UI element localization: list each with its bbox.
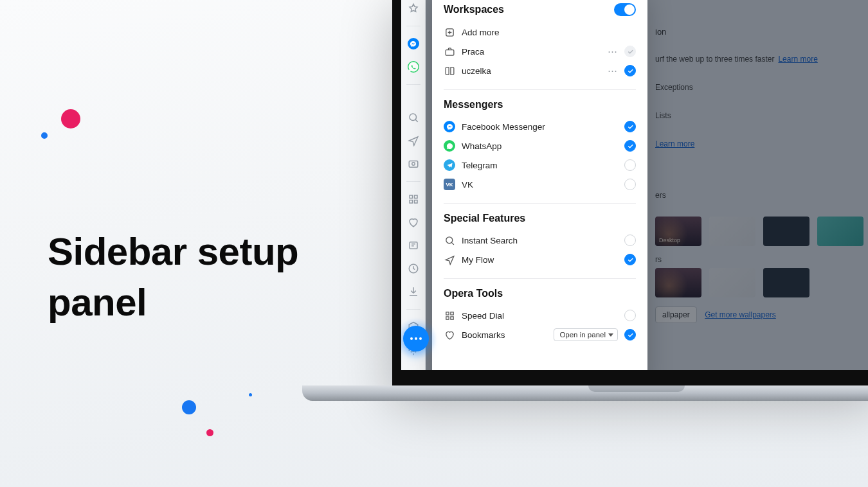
svg-rect-1 [409, 161, 418, 168]
tools-checkbox[interactable] [624, 310, 636, 321]
svg-rect-5 [410, 200, 413, 204]
messenger-checkbox[interactable] [624, 140, 636, 152]
screen-frame: ion urf the web up to three times faster… [392, 0, 868, 385]
messenger-label: Facebook Messenger [462, 122, 618, 132]
hero-title-line2: panel [48, 277, 298, 328]
svg-rect-6 [414, 200, 417, 204]
special-checkbox[interactable] [624, 254, 636, 265]
workspace-label: uczelka [462, 66, 601, 76]
whatsapp-icon[interactable] [408, 61, 419, 73]
whatsapp-icon [444, 140, 455, 152]
messengers-title: Messengers [444, 99, 636, 111]
decoration-dot [249, 393, 252, 396]
workspace-label: Praca [462, 47, 601, 57]
workspace-item[interactable]: Praca ⋯ [444, 42, 636, 61]
messenger-checkbox[interactable] [624, 179, 636, 190]
svg-rect-16 [450, 316, 453, 319]
speed-dial-star-icon[interactable] [408, 3, 419, 14]
tools-label: Bookmarks [462, 330, 547, 340]
svg-rect-3 [410, 195, 413, 199]
decoration-dot [61, 109, 80, 128]
hero-title: Sidebar setup panel [48, 226, 298, 328]
downloads-icon[interactable] [408, 286, 419, 297]
add-workspace[interactable]: Add more [444, 22, 636, 42]
tools-title: Opera Tools [444, 288, 636, 299]
decoration-dot [41, 132, 48, 139]
grid-icon [444, 310, 455, 321]
messenger-item[interactable]: Telegram [444, 155, 636, 175]
messenger-item[interactable]: VK VK [444, 175, 636, 194]
decoration-dot [206, 429, 213, 436]
sidebar-setup-fab[interactable] [403, 326, 429, 351]
decoration-dot [182, 400, 196, 414]
laptop-mockup: ion urf the web up to three times faster… [392, 0, 868, 437]
heart-icon [444, 329, 455, 341]
svg-rect-15 [446, 316, 448, 319]
svg-rect-11 [446, 49, 454, 55]
svg-rect-4 [414, 195, 417, 199]
special-label: My Flow [462, 255, 618, 265]
hero-title-line1: Sidebar setup [48, 226, 298, 277]
tools-item[interactable]: Bookmarks Open in panel [444, 325, 636, 344]
workspace-checkbox[interactable] [624, 46, 636, 57]
speed-dial-grid-icon[interactable] [408, 193, 419, 205]
workspace-item[interactable]: uczelka ⋯ [444, 61, 636, 80]
laptop-notch [588, 385, 685, 392]
messenger-checkbox[interactable] [624, 159, 636, 171]
telegram-icon [444, 159, 455, 171]
more-options-icon[interactable]: ⋯ [608, 65, 618, 76]
bookmarks-open-dropdown[interactable]: Open in panel [554, 328, 618, 341]
laptop-base [302, 385, 868, 401]
messenger-icon[interactable] [408, 38, 419, 49]
svg-rect-14 [450, 312, 453, 314]
workspaces-toggle[interactable] [614, 3, 636, 16]
tools-label: Speed Dial [462, 311, 618, 321]
svg-point-12 [446, 236, 452, 243]
snapshot-icon[interactable] [408, 158, 419, 170]
tools-item[interactable]: Speed Dial [444, 306, 636, 325]
messenger-label: WhatsApp [462, 141, 618, 151]
add-more-label: Add more [462, 28, 636, 37]
svg-point-0 [410, 114, 417, 121]
special-checkbox[interactable] [624, 235, 636, 246]
special-item[interactable]: Instant Search [444, 231, 636, 250]
special-title: Special Features [444, 213, 636, 224]
special-item[interactable]: My Flow [444, 250, 636, 269]
plus-icon [444, 26, 455, 38]
tools-checkbox[interactable] [624, 329, 636, 341]
messenger-item[interactable]: Facebook Messenger [444, 117, 636, 136]
history-icon[interactable] [408, 263, 419, 274]
search-icon [444, 235, 455, 246]
svg-point-2 [411, 163, 415, 166]
news-icon[interactable] [408, 240, 419, 251]
messenger-item[interactable]: WhatsApp [444, 136, 636, 155]
screen-content: ion urf the web up to three times faster… [401, 0, 868, 370]
briefcase-icon [444, 46, 455, 57]
messenger-checkbox[interactable] [624, 121, 636, 132]
workspaces-title: Workspaces [444, 4, 504, 15]
search-icon[interactable] [408, 112, 419, 123]
svg-rect-13 [446, 312, 448, 314]
messenger-label: VK [462, 180, 618, 190]
send-icon [444, 254, 455, 265]
messenger-label: Telegram [462, 161, 618, 170]
workspace-checkbox[interactable] [624, 65, 636, 76]
book-icon [444, 65, 455, 76]
bookmarks-heart-icon[interactable] [408, 217, 419, 228]
browser-sidebar [401, 0, 426, 370]
flow-icon[interactable] [408, 135, 419, 146]
vk-icon: VK [444, 179, 455, 190]
more-options-icon[interactable]: ⋯ [608, 46, 618, 57]
sidebar-setup-panel: Workspaces Add more Praca ⋯ uczelka ⋯ [432, 0, 647, 370]
messenger-icon [444, 121, 455, 132]
special-label: Instant Search [462, 236, 618, 245]
